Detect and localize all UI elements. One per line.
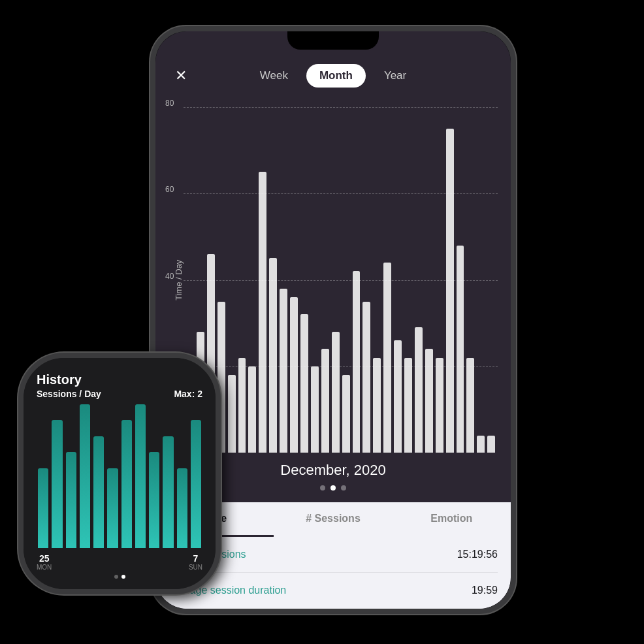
chart-bar — [362, 302, 370, 453]
watch-side-button — [217, 436, 221, 469]
watch-day-name-start: MON — [37, 564, 52, 571]
watch-chart-bar — [163, 436, 173, 548]
tab-month[interactable]: Month — [306, 64, 366, 88]
chart-bar — [394, 340, 402, 453]
chart-bar — [383, 263, 391, 453]
dot-2 — [330, 485, 336, 491]
stat-row-avg: Average session duration 19:59 — [169, 573, 498, 609]
chart-bar — [228, 375, 236, 453]
chart-bar — [415, 327, 423, 453]
chart-bar — [487, 436, 495, 453]
chart-bar — [457, 246, 464, 453]
chart-bar — [290, 297, 298, 453]
tab-group: Week Month Year — [247, 64, 420, 88]
watch-chart-bar — [107, 468, 118, 548]
chart-bar — [311, 366, 319, 453]
watch-max: Max: 2 — [174, 389, 202, 399]
watch-day-num-start: 25 — [37, 553, 52, 564]
grid-label-80: 80 — [165, 99, 174, 108]
chart-bar — [373, 358, 381, 453]
chart-bar — [446, 129, 454, 453]
chart-area: 80 60 40 20 — [184, 107, 498, 453]
tab-week[interactable]: Week — [247, 64, 301, 88]
watch-dots — [37, 575, 202, 579]
watch-chart-bar — [38, 468, 48, 548]
watch-chart-bar — [93, 436, 104, 548]
watch-title: History — [37, 372, 202, 387]
watch-chart-bar — [191, 420, 201, 548]
tab-sessions[interactable]: # Sessions — [274, 502, 392, 537]
chart-bar — [321, 349, 329, 453]
watch-chart-bar — [149, 452, 159, 548]
stat-value-time: 15:19:56 — [457, 549, 498, 560]
chart-bar — [238, 358, 246, 453]
watch-day-num-end: 7 — [189, 553, 202, 564]
tab-year[interactable]: Year — [371, 64, 419, 88]
chart-bar — [300, 314, 308, 453]
chart-bar — [280, 289, 287, 453]
watch-chart-bar — [66, 452, 76, 548]
chart-bar — [436, 358, 443, 453]
watch-footer: 25 MON 7 SUN — [37, 553, 202, 571]
watch-chart-bar — [80, 404, 90, 548]
close-button[interactable]: ✕ — [175, 67, 187, 84]
watch-day-start: 25 MON — [37, 553, 52, 571]
chart-bar — [342, 375, 350, 453]
chart-bar — [269, 258, 277, 453]
grid-label-40: 40 — [165, 272, 174, 281]
bars-container — [184, 107, 498, 453]
watch-screen: History Sessions / Day Max: 2 25 MON 7 S… — [24, 358, 216, 589]
chart-bar — [353, 271, 361, 453]
tab-emotion[interactable]: Emotion — [393, 502, 511, 537]
watch-day-end: 7 SUN — [189, 553, 202, 571]
chart-bar — [248, 366, 256, 453]
watch-chart-bar — [177, 468, 187, 548]
watch-subtitle: Sessions / Day — [37, 389, 101, 399]
watch-dot-2 — [121, 575, 125, 579]
watch-subtitle-row: Sessions / Day Max: 2 — [37, 389, 202, 399]
phone-notch — [287, 31, 379, 50]
watch-dot-1 — [114, 575, 118, 579]
chart-bar — [404, 358, 412, 453]
dot-1 — [320, 485, 325, 491]
watch-chart-bar — [135, 404, 146, 548]
chart-bar — [332, 332, 340, 453]
chart-bar — [466, 358, 474, 453]
chart-bar — [259, 172, 266, 453]
stat-value-avg: 19:59 — [472, 585, 498, 596]
watch-device: History Sessions / Day Max: 2 25 MON 7 S… — [18, 353, 221, 594]
chart-bar — [425, 349, 433, 453]
watch-day-name-end: SUN — [189, 564, 202, 571]
watch-chart — [37, 404, 202, 548]
watch-chart-bar — [121, 420, 132, 548]
grid-label-60: 60 — [165, 185, 174, 194]
watch-chart-bar — [52, 420, 62, 548]
dot-3 — [341, 485, 346, 491]
chart-bar — [477, 436, 485, 453]
